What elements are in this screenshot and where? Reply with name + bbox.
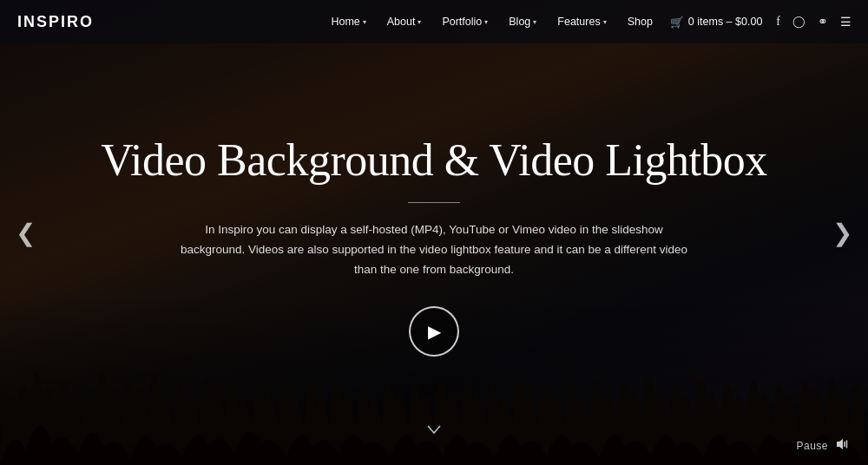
nav-item-shop[interactable]: Shop <box>619 10 661 33</box>
slide-arrow-left[interactable]: ❮ <box>16 219 36 247</box>
cart-label: 0 items – $0.00 <box>688 16 762 28</box>
hero-section: INSPIRO Home ▾ About ▾ Portfolio ▾ <box>0 0 868 465</box>
nav-link-features[interactable]: Features ▾ <box>549 10 615 33</box>
hero-divider <box>408 202 460 203</box>
scroll-down-button[interactable] <box>424 420 444 439</box>
nav-arrow-about: ▾ <box>418 18 421 26</box>
facebook-icon[interactable]: f <box>776 15 780 29</box>
bottom-controls: Pause <box>796 436 851 455</box>
pause-button[interactable]: Pause <box>796 440 828 452</box>
hamburger-icon[interactable]: ☰ <box>840 15 851 29</box>
nav-arrow-blog: ▾ <box>533 18 536 26</box>
slide-arrow-right[interactable]: ❯ <box>832 219 852 247</box>
volume-button[interactable] <box>835 436 851 455</box>
nav-links: Home ▾ About ▾ Portfolio ▾ Blog ▾ <box>322 10 661 33</box>
nav-link-portfolio[interactable]: Portfolio ▾ <box>433 10 496 33</box>
nav-item-portfolio[interactable]: Portfolio ▾ <box>433 10 496 33</box>
nav-link-about[interactable]: About ▾ <box>378 10 431 33</box>
nav-item-features[interactable]: Features ▾ <box>549 10 615 33</box>
logo[interactable]: INSPIRO <box>17 13 94 31</box>
nav-arrow-home: ▾ <box>363 18 366 26</box>
hero-title: Video Background & Video Lightbox <box>101 134 767 187</box>
cart-icon: 🛒 <box>670 16 684 29</box>
cart-button[interactable]: 🛒 0 items – $0.00 <box>670 16 762 29</box>
search-icon[interactable]: ⚭ <box>818 15 828 29</box>
play-button[interactable]: ▶ <box>409 306 459 357</box>
navbar: INSPIRO Home ▾ About ▾ Portfolio ▾ <box>0 0 868 43</box>
hero-content: Video Background & Video Lightbox In Ins… <box>31 26 837 465</box>
nav-arrow-features: ▾ <box>603 18 607 26</box>
nav-arrow-portfolio: ▾ <box>484 18 488 26</box>
nav-link-home[interactable]: Home ▾ <box>322 10 374 33</box>
instagram-icon[interactable]: ◯ <box>792 15 806 29</box>
hero-description: In Inspiro you can display a self-hosted… <box>174 220 694 280</box>
nav-item-home[interactable]: Home ▾ <box>322 10 374 33</box>
chevron-down-icon <box>424 420 444 439</box>
play-icon: ▶ <box>428 321 441 342</box>
nav-item-about[interactable]: About ▾ <box>378 10 431 33</box>
nav-social-icons: f ◯ ⚭ ☰ <box>776 15 851 29</box>
nav-link-blog[interactable]: Blog ▾ <box>500 10 545 33</box>
nav-item-blog[interactable]: Blog ▾ <box>500 10 545 33</box>
nav-link-shop[interactable]: Shop <box>619 10 661 33</box>
speaker-icon <box>835 436 851 452</box>
svg-marker-1 <box>837 439 843 449</box>
